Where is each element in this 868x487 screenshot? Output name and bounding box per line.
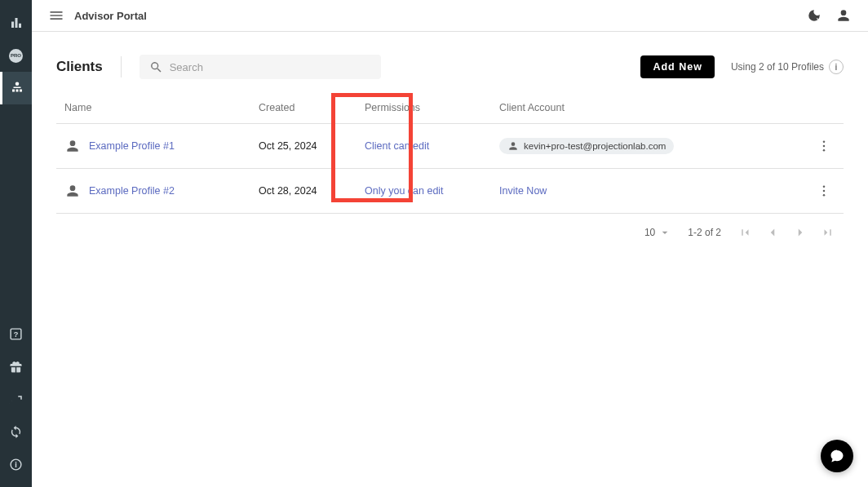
divider	[121, 56, 122, 77]
person-icon	[835, 7, 852, 24]
row-actions-button[interactable]	[813, 179, 835, 202]
sidebar-item-analytics[interactable]	[0, 383, 32, 415]
page-size-select[interactable]: 10	[644, 226, 671, 239]
person-tree-icon	[10, 81, 24, 95]
info-icon[interactable]: i	[829, 60, 844, 74]
app-header: Advisor Portal	[32, 0, 868, 32]
chat-icon	[829, 448, 845, 464]
clients-table: Name Created Permissions Client Account …	[56, 92, 844, 214]
usage-text: Using 2 of 10 Profiles	[731, 61, 824, 73]
chevron-right-icon	[793, 225, 808, 240]
bar-chart-icon	[9, 15, 24, 30]
row-actions-button[interactable]	[813, 135, 835, 157]
first-page-icon	[737, 225, 752, 240]
last-page-button[interactable]	[821, 225, 835, 240]
svg-text:?: ?	[14, 330, 19, 339]
sync-icon	[9, 425, 23, 439]
sidebar-item-sync[interactable]	[0, 415, 32, 448]
main-content: Clients Add New Using 2 of 10 Profiles i…	[32, 32, 868, 487]
dropdown-icon	[658, 226, 671, 239]
more-vert-icon	[817, 139, 831, 153]
add-new-button[interactable]: Add New	[640, 55, 714, 78]
person-icon	[64, 138, 81, 154]
sidebar-item-info[interactable]	[0, 448, 32, 480]
sidebar-item-pro[interactable]: PRO	[0, 39, 32, 72]
page-range: 1-2 of 2	[688, 227, 721, 238]
account-button[interactable]	[829, 1, 858, 30]
help-square-icon: ?	[9, 327, 23, 341]
info-icon	[9, 458, 23, 472]
pagination: 10 1-2 of 2	[56, 214, 844, 251]
account-email: kevin+pro-test@projectionlab.com	[524, 141, 666, 151]
prev-page-button[interactable]	[765, 225, 780, 240]
svg-point-3	[823, 140, 826, 143]
person-icon	[64, 183, 81, 199]
trending-icon	[9, 392, 24, 406]
invite-link[interactable]: Invite Now	[499, 185, 547, 197]
column-account: Client Account	[491, 92, 804, 124]
last-page-icon	[821, 225, 835, 240]
account-chip[interactable]: kevin+pro-test@projectionlab.com	[499, 138, 674, 154]
usage-indicator: Using 2 of 10 Profiles i	[731, 60, 844, 74]
sidebar-item-help[interactable]: ?	[0, 317, 32, 350]
theme-toggle-button[interactable]	[799, 1, 829, 30]
search-box[interactable]	[140, 55, 381, 79]
search-icon	[149, 60, 163, 74]
permissions-link[interactable]: Only you can edit	[365, 185, 444, 197]
chat-fab[interactable]	[821, 440, 853, 472]
first-page-button[interactable]	[737, 225, 752, 240]
next-page-button[interactable]	[793, 225, 808, 240]
profile-link[interactable]: Example Profile #1	[89, 140, 175, 152]
sidebar: PRO ?	[0, 0, 32, 487]
gift-icon	[9, 360, 23, 374]
svg-point-6	[823, 185, 826, 188]
svg-point-8	[823, 194, 826, 197]
svg-point-5	[823, 149, 826, 152]
profile-link[interactable]: Example Profile #2	[89, 185, 175, 197]
page-size-value: 10	[644, 227, 655, 238]
person-icon	[507, 140, 519, 152]
svg-point-4	[823, 145, 826, 148]
header-title: Advisor Portal	[74, 10, 147, 22]
sidebar-item-clients[interactable]	[0, 72, 32, 104]
table-row: Example Profile #2 Oct 28, 2024 Only you…	[56, 169, 844, 214]
column-permissions: Permissions	[356, 92, 491, 124]
sidebar-item-dashboard[interactable]	[0, 7, 32, 39]
menu-button[interactable]	[42, 1, 71, 30]
toolbar: Clients Add New Using 2 of 10 Profiles i	[56, 55, 844, 79]
created-cell: Oct 28, 2024	[250, 169, 356, 214]
theme-icon	[807, 8, 822, 23]
permissions-link[interactable]: Client can edit	[365, 140, 429, 152]
more-vert-icon	[817, 184, 831, 198]
column-created: Created	[250, 92, 356, 124]
hamburger-icon	[48, 7, 64, 24]
page-title: Clients	[56, 59, 103, 75]
svg-point-7	[823, 190, 826, 193]
sidebar-item-gift[interactable]	[0, 350, 32, 383]
pro-badge-icon: PRO	[9, 49, 23, 63]
search-input[interactable]	[170, 61, 371, 73]
chevron-left-icon	[765, 225, 780, 240]
column-name: Name	[56, 92, 250, 124]
created-cell: Oct 25, 2024	[250, 124, 356, 169]
table-row: Example Profile #1 Oct 25, 2024 Client c…	[56, 124, 844, 169]
